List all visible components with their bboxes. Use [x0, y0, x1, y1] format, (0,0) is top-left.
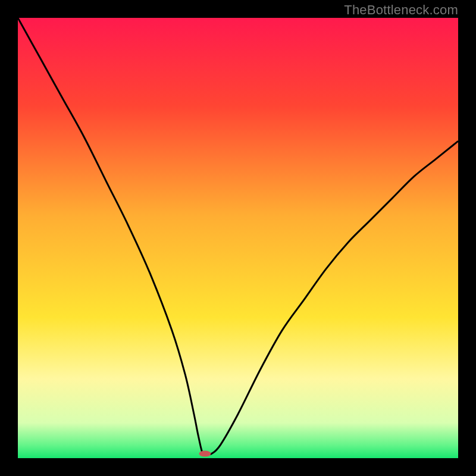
chart-plot-area: [18, 18, 458, 458]
chart-frame: TheBottleneck.com: [0, 0, 476, 476]
bottleneck-chart-svg: [18, 18, 458, 458]
watermark-text: TheBottleneck.com: [344, 2, 458, 18]
gradient-background: [18, 18, 458, 458]
optimal-point-marker: [199, 451, 211, 457]
